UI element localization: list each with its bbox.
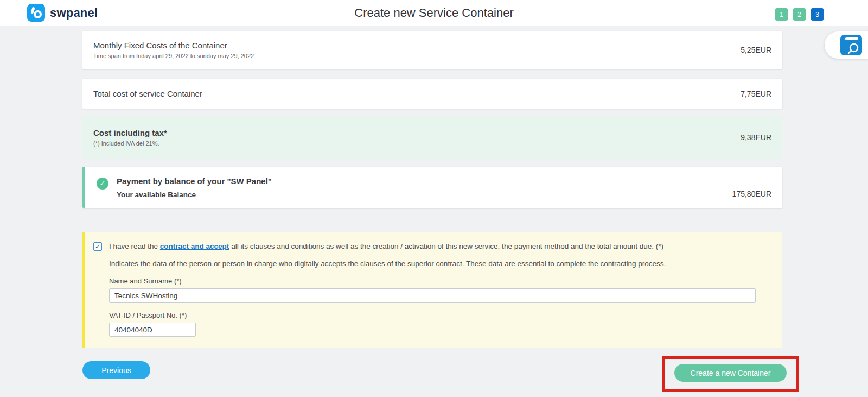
cost-with-tax-subtitle: (*) Included IVA del 21%. xyxy=(93,140,167,147)
total-cost-value: 7,75EUR xyxy=(741,90,771,98)
check-circle-icon: ✓ xyxy=(97,178,108,190)
contract-link[interactable]: contract and accept xyxy=(160,242,229,250)
cost-with-tax-value: 9,38EUR xyxy=(741,133,771,142)
page-title: Create new Service Container xyxy=(0,6,868,20)
manual-search-icon xyxy=(840,35,863,55)
contract-description: Indicates the data of the person or pers… xyxy=(109,259,771,268)
name-surname-label: Name and Surname (*) xyxy=(109,277,771,285)
monthly-costs-value: 5,25EUR xyxy=(741,46,771,54)
actions-row: Previous Create a new Container xyxy=(82,356,782,392)
total-cost-title: Total cost of service Container xyxy=(93,89,202,98)
vat-passport-input[interactable] xyxy=(109,323,196,337)
header: swpanel Create new Service Container 1 2… xyxy=(0,0,868,26)
main-content: Monthly Fixed Costs of the Container Tim… xyxy=(82,26,782,392)
monthly-costs-subtitle: Time span from friday april 29, 2022 to … xyxy=(93,53,254,59)
cost-with-tax-row: Cost including tax* (*) Included IVA del… xyxy=(82,116,782,159)
contract-section: ✓ I have read the contract and accept al… xyxy=(82,232,782,348)
previous-button[interactable]: Previous xyxy=(82,361,150,379)
available-balance-label: Your available Balance xyxy=(117,191,272,199)
accept-contract-text: I have read the contract and accept all … xyxy=(109,242,663,251)
payment-method-row: ✓ Payment by balance of your "SW Panel" … xyxy=(82,167,782,208)
monthly-costs-title: Monthly Fixed Costs of the Container xyxy=(93,41,254,50)
cost-with-tax-title: Cost including tax* xyxy=(93,128,167,137)
name-surname-input[interactable] xyxy=(109,288,756,303)
payment-method-title: Payment by balance of your "SW Panel" xyxy=(117,177,272,186)
available-balance-value: 175,80EUR xyxy=(732,190,771,198)
vat-passport-label: VAT-ID / Passport No. (*) xyxy=(109,311,771,319)
accept-contract-checkbox[interactable]: ✓ xyxy=(93,242,102,251)
step-2-badge[interactable]: 2 xyxy=(793,8,806,21)
step-1-badge[interactable]: 1 xyxy=(775,8,788,21)
manual-search-widget[interactable] xyxy=(825,31,868,59)
step-3-badge[interactable]: 3 xyxy=(811,8,824,21)
annotation-highlight-box: Create a new Container xyxy=(662,356,799,392)
step-indicator: 1 2 3 xyxy=(775,8,824,21)
create-container-button[interactable]: Create a new Container xyxy=(674,364,787,382)
monthly-costs-row: Monthly Fixed Costs of the Container Tim… xyxy=(82,31,782,69)
total-cost-row: Total cost of service Container 7,75EUR xyxy=(82,79,782,109)
